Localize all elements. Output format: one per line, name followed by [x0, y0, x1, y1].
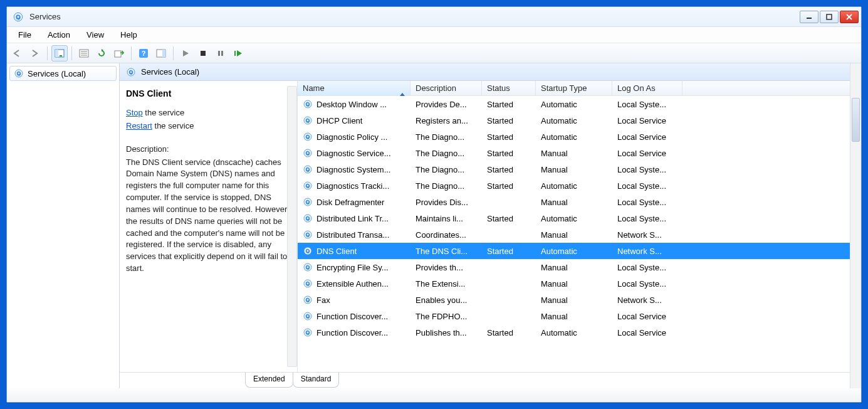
service-list: Name Description Status Startup Type Log…	[298, 81, 850, 372]
service-name-cell: Diagnostics Tracki...	[316, 181, 389, 191]
gear-icon	[14, 68, 24, 78]
gear-icon	[303, 164, 313, 174]
service-startup-cell: Automatic	[536, 247, 612, 256]
stop-service-link[interactable]: Stop	[126, 108, 143, 117]
menu-view[interactable]: View	[79, 29, 112, 41]
service-name-cell: Distributed Transa...	[316, 230, 389, 240]
service-row[interactable]: DHCP ClientRegisters an...StartedAutomat…	[298, 112, 850, 129]
service-row[interactable]: Disk DefragmenterProvides Dis...ManualLo…	[298, 194, 850, 210]
service-name-cell: Encrypting File Sy...	[316, 263, 389, 272]
description-label: Description:	[126, 144, 291, 156]
service-desc-cell: The Extensi...	[410, 279, 482, 289]
minimize-button[interactable]	[800, 11, 818, 23]
help-button[interactable]: ?	[135, 45, 152, 61]
service-startup-cell: Manual	[536, 230, 612, 240]
restart-service-button[interactable]	[230, 45, 246, 61]
gear-icon	[303, 197, 313, 207]
services-icon	[12, 11, 24, 23]
service-row[interactable]: FaxEnables you...ManualNetwork S...	[298, 292, 850, 308]
gear-icon	[303, 311, 313, 321]
restart-service-link[interactable]: Restart	[126, 121, 152, 130]
service-row[interactable]: Diagnostic Policy ...The Diagno...Starte…	[298, 129, 850, 145]
tab-standard[interactable]: Standard	[293, 373, 340, 388]
service-row[interactable]: DNS ClientThe DNS Cli...StartedAutomatic…	[298, 243, 850, 259]
gear-icon	[303, 99, 313, 109]
service-status-cell: Started	[482, 214, 536, 223]
service-row[interactable]: Function Discover...The FDPHO...ManualLo…	[298, 308, 850, 324]
gear-icon	[303, 132, 313, 142]
close-button[interactable]	[840, 11, 859, 23]
service-row[interactable]: Diagnostics Tracki...The Diagno...Starte…	[298, 178, 850, 194]
maximize-button[interactable]	[820, 11, 839, 23]
pause-service-button[interactable]	[212, 45, 229, 61]
service-startup-cell: Manual	[536, 312, 612, 321]
service-row[interactable]: Function Discover...Publishes th...Start…	[298, 324, 850, 341]
forward-button[interactable]	[27, 45, 43, 61]
toolbar: ?	[7, 43, 861, 63]
show-hide-tree-button[interactable]	[51, 45, 68, 61]
service-startup-cell: Automatic	[536, 328, 612, 337]
export-list-button[interactable]	[111, 45, 127, 61]
stop-service-button[interactable]	[195, 45, 211, 61]
service-startup-cell: Manual	[536, 279, 612, 289]
gear-icon	[303, 327, 313, 337]
service-desc-cell: Maintains li...	[410, 214, 482, 223]
service-desc-cell: Coordinates...	[410, 230, 482, 240]
restart-rest-text: the service	[152, 121, 194, 130]
menu-bar: File Action View Help	[7, 27, 861, 43]
service-name-cell: Extensible Authen...	[316, 279, 389, 289]
service-logon-cell: Local Syste...	[612, 214, 682, 223]
service-desc-cell: The DNS Cli...	[410, 247, 482, 256]
vertical-scrollbar[interactable]	[850, 63, 861, 388]
service-startup-cell: Automatic	[536, 116, 612, 125]
svg-rect-6	[60, 55, 62, 56]
service-row[interactable]: Encrypting File Sy...Provides th...Manua…	[298, 259, 850, 275]
service-logon-cell: Local Syste...	[612, 100, 682, 109]
service-status-cell: Started	[482, 100, 536, 109]
service-name-cell: DNS Client	[316, 247, 357, 256]
svg-rect-19	[234, 51, 236, 56]
show-hide-action-pane-button[interactable]	[153, 45, 169, 61]
back-button[interactable]	[9, 45, 26, 61]
tree-pane: Services (Local)	[7, 63, 120, 388]
column-header-status[interactable]: Status	[482, 81, 536, 95]
service-status-cell: Started	[482, 132, 536, 142]
service-row[interactable]: Diagnostic Service...The Diagno...Starte…	[298, 145, 850, 161]
service-logon-cell: Local Syste...	[612, 263, 682, 272]
menu-file[interactable]: File	[11, 29, 39, 41]
service-startup-cell: Automatic	[536, 100, 612, 109]
menu-help[interactable]: Help	[113, 29, 145, 41]
properties-button[interactable]	[76, 45, 92, 61]
column-header-name[interactable]: Name	[298, 81, 410, 95]
scrollbar-thumb[interactable]	[852, 98, 860, 142]
tab-extended[interactable]: Extended	[245, 373, 293, 388]
menu-action[interactable]: Action	[40, 29, 78, 41]
svg-rect-15	[162, 50, 165, 57]
service-name-cell: Desktop Window ...	[316, 100, 387, 109]
service-desc-cell: Provides Dis...	[410, 198, 482, 207]
service-row[interactable]: Distributed Transa...Coordinates...Manua…	[298, 226, 850, 243]
service-startup-cell: Manual	[536, 295, 612, 305]
description-text: The DNS Client service (dnscache) caches…	[126, 157, 291, 275]
service-logon-cell: Local Service	[612, 116, 682, 125]
svg-text:?: ?	[142, 50, 146, 57]
service-row[interactable]: Desktop Window ...Provides De...StartedA…	[298, 96, 850, 112]
service-status-cell: Started	[482, 165, 536, 174]
service-name-cell: Function Discover...	[316, 328, 388, 337]
column-header-description[interactable]: Description	[410, 81, 482, 95]
column-header-startup[interactable]: Startup Type	[536, 81, 612, 95]
service-row[interactable]: Diagnostic System...The Diagno...Started…	[298, 161, 850, 178]
refresh-button[interactable]	[93, 45, 110, 61]
service-row[interactable]: Extensible Authen...The Extensi...Manual…	[298, 275, 850, 292]
service-name-cell: Distributed Link Tr...	[316, 214, 389, 223]
svg-rect-3	[827, 14, 832, 19]
detail-scrollbar[interactable]	[287, 86, 297, 367]
service-row[interactable]: Distributed Link Tr...Maintains li...Sta…	[298, 210, 850, 226]
gear-icon	[303, 246, 313, 256]
column-header-logon[interactable]: Log On As	[612, 81, 682, 95]
gear-icon	[303, 115, 313, 125]
service-startup-cell: Manual	[536, 263, 612, 272]
start-service-button[interactable]	[177, 45, 194, 61]
tree-node-services-local[interactable]: Services (Local)	[9, 66, 117, 81]
service-startup-cell: Automatic	[536, 132, 612, 142]
